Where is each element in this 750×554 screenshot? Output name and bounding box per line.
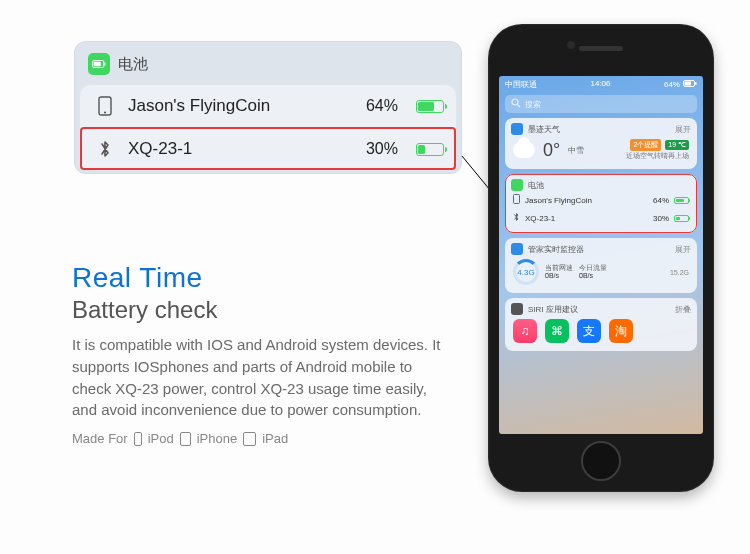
- up-value: 0B/s: [545, 272, 573, 280]
- battery-row: XQ-23-1 30%: [80, 127, 456, 170]
- bluetooth-icon: [513, 212, 520, 224]
- temperature: 0°: [543, 140, 560, 161]
- device-name: Jason's FlyingCoin: [525, 196, 648, 205]
- siri-app[interactable]: 支: [577, 319, 601, 343]
- battery-widget-header: 电池: [74, 49, 462, 85]
- battery-card-title: 电池: [528, 180, 544, 191]
- collapse-label[interactable]: 折叠: [675, 304, 691, 315]
- svg-rect-2: [104, 62, 105, 66]
- made-for-line: Made For iPod iPhone iPad: [72, 431, 452, 446]
- battery-widget-title: 电池: [118, 55, 148, 74]
- battery-icon: [674, 215, 689, 222]
- weather-card[interactable]: 墨迹天气 展开 0° 中雪 2个提醒 19 ℃ 近场空气转晴再上场: [505, 118, 697, 169]
- svg-rect-8: [695, 82, 696, 85]
- status-bar: 中国联通 14:06 64%: [499, 76, 703, 92]
- device-percent: 64%: [653, 196, 669, 205]
- battery-widget: 电池 Jason's FlyingCoin 64% XQ-23-1 30%: [74, 41, 462, 174]
- ipod-icon: [134, 432, 142, 446]
- home-button[interactable]: [581, 441, 621, 481]
- device-name: XQ-23-1: [128, 139, 354, 159]
- weather-app-icon: [511, 123, 523, 135]
- siri-app[interactable]: 淘: [609, 319, 633, 343]
- ring-value: 4.3G: [517, 268, 534, 277]
- search-placeholder: 搜索: [525, 99, 541, 110]
- battery-row: XQ-23-1 30%: [511, 209, 691, 227]
- body-text: It is compatible with IOS and Android sy…: [72, 334, 452, 421]
- battery-icon: [416, 100, 444, 113]
- siri-title: SIRI 应用建议: [528, 304, 578, 315]
- phone-icon: [94, 96, 116, 116]
- device-name: XQ-23-1: [525, 214, 648, 223]
- siri-icon: [511, 303, 523, 315]
- svg-point-9: [512, 99, 518, 105]
- search-field[interactable]: 搜索: [505, 95, 697, 113]
- device-percent: 30%: [366, 140, 398, 158]
- svg-rect-11: [514, 195, 520, 204]
- up-label: 当前网速: [545, 264, 573, 272]
- svg-line-10: [517, 104, 520, 107]
- data-ring: 4.3G: [513, 259, 539, 285]
- made-for-item: iPod: [148, 431, 174, 446]
- dn-label: 今日流量: [579, 264, 607, 272]
- network-title: 管家实时监控器: [528, 244, 584, 255]
- dn-value: 0B/s: [579, 272, 607, 280]
- phone-screen: 中国联通 14:06 64% 搜索 墨迹天气 展开: [499, 76, 703, 434]
- headline-2: Battery check: [72, 296, 452, 324]
- phone-icon: [513, 194, 520, 206]
- weather-badge: 2个提醒: [630, 139, 661, 151]
- phone-frame: 中国联通 14:06 64% 搜索 墨迹天气 展开: [488, 24, 714, 492]
- battery-row: Jason's FlyingCoin 64%: [80, 85, 456, 127]
- weather-note: 近场空气转晴再上场: [626, 152, 689, 159]
- made-for-item: iPhone: [197, 431, 237, 446]
- battery-app-icon: [511, 179, 523, 191]
- net-total: 15.2G: [670, 269, 689, 276]
- svg-rect-1: [94, 62, 101, 67]
- search-icon: [511, 98, 521, 110]
- made-for-label: Made For: [72, 431, 128, 446]
- svg-rect-7: [684, 82, 691, 86]
- weather-badge: 19 ℃: [665, 140, 689, 150]
- status-battery-pct: 64%: [664, 80, 680, 89]
- carrier: 中国联通: [505, 79, 537, 90]
- ipad-icon: [243, 432, 256, 446]
- iphone-icon: [180, 432, 191, 446]
- device-name: Jason's FlyingCoin: [128, 96, 354, 116]
- battery-widget-rows: Jason's FlyingCoin 64% XQ-23-1 30%: [80, 85, 456, 170]
- cloud-icon: [513, 142, 535, 158]
- battery-card[interactable]: 电池 Jason's FlyingCoin 64% XQ-23-1 30%: [505, 174, 697, 233]
- clock: 14:06: [590, 79, 610, 90]
- battery-row: Jason's FlyingCoin 64%: [511, 191, 691, 209]
- status-battery-icon: [683, 80, 697, 89]
- marketing-copy: Real Time Battery check It is compatible…: [72, 262, 452, 446]
- bluetooth-icon: [94, 139, 116, 159]
- svg-point-4: [104, 111, 106, 113]
- siri-app[interactable]: ♫: [513, 319, 537, 343]
- condition: 中雪: [568, 145, 584, 156]
- expand-label[interactable]: 展开: [675, 244, 691, 255]
- made-for-item: iPad: [262, 431, 288, 446]
- device-percent: 30%: [653, 214, 669, 223]
- expand-label[interactable]: 展开: [675, 124, 691, 135]
- battery-icon: [416, 143, 444, 156]
- network-app-icon: [511, 243, 523, 255]
- network-card[interactable]: 管家实时监控器 展开 4.3G 当前网速 0B/s 今日流量 0B/s 15.2…: [505, 238, 697, 293]
- siri-card[interactable]: SIRI 应用建议 折叠 ♫ ⌘ 支 淘: [505, 298, 697, 351]
- siri-app[interactable]: ⌘: [545, 319, 569, 343]
- battery-app-icon: [88, 53, 110, 75]
- battery-icon: [674, 197, 689, 204]
- headline-1: Real Time: [72, 262, 452, 294]
- weather-title: 墨迹天气: [528, 124, 560, 135]
- device-percent: 64%: [366, 97, 398, 115]
